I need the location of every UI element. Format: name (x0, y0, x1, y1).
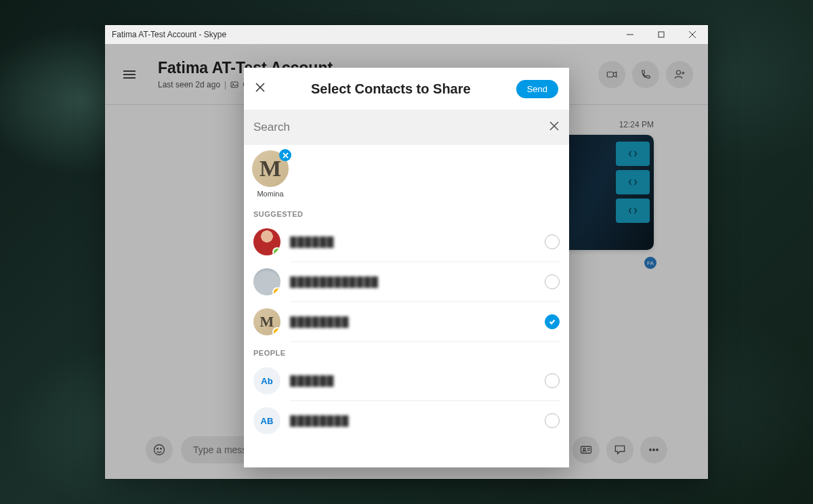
modal-close-button[interactable] (255, 82, 266, 96)
close-button[interactable] (677, 25, 708, 44)
status-away-icon (272, 287, 280, 295)
contact-avatar: M (253, 308, 280, 335)
contact-name: ████████ (290, 415, 545, 426)
suggested-section-label: SUGGESTED (244, 203, 569, 222)
contact-select-radio[interactable] (545, 234, 560, 249)
contact-name: ██████ (290, 236, 545, 247)
contact-row[interactable]: AB ████████ (244, 401, 569, 440)
contact-row[interactable]: Ab ██████ (244, 361, 569, 400)
contact-name: ██████ (290, 375, 545, 386)
maximize-button[interactable] (646, 25, 677, 44)
status-away-icon (272, 327, 280, 335)
titlebar: Fatima AT-Test Account - Skype (105, 25, 708, 44)
contact-name: ████████████ (290, 276, 545, 287)
selected-contacts-row: M Momina (244, 145, 569, 203)
remove-chip-button[interactable] (279, 149, 291, 161)
search-row (244, 110, 569, 145)
contact-select-radio[interactable] (545, 413, 560, 428)
status-online-icon (272, 247, 280, 255)
search-input[interactable] (253, 121, 549, 134)
avatar-initials: AB (261, 416, 274, 426)
contact-row[interactable]: ████████████ (244, 262, 569, 301)
contact-avatar: Ab (253, 367, 280, 394)
people-section-label: PEOPLE (244, 342, 569, 361)
select-contacts-modal: Select Contacts to Share Send M Momina S… (244, 68, 569, 467)
window-title: Fatima AT-Test Account - Skype (112, 30, 226, 39)
contact-select-radio[interactable] (545, 314, 560, 329)
svg-rect-1 (659, 32, 664, 37)
minimize-button[interactable] (614, 25, 646, 44)
contact-row[interactable]: M ████████ (244, 302, 569, 341)
modal-title: Select Contacts to Share (311, 81, 471, 97)
contact-avatar (253, 228, 280, 255)
chip-name: Momina (251, 190, 290, 198)
selected-contact-chip[interactable]: M Momina (251, 150, 290, 198)
contact-name: ████████ (290, 316, 545, 327)
contact-avatar (253, 268, 280, 295)
contact-avatar: AB (253, 407, 280, 434)
contact-select-radio[interactable] (545, 373, 560, 388)
avatar-initials: Ab (261, 376, 272, 386)
contact-select-radio[interactable] (545, 274, 560, 289)
send-button[interactable]: Send (516, 80, 558, 98)
search-clear-button[interactable] (549, 121, 560, 134)
contact-row[interactable]: ██████ (244, 222, 569, 261)
